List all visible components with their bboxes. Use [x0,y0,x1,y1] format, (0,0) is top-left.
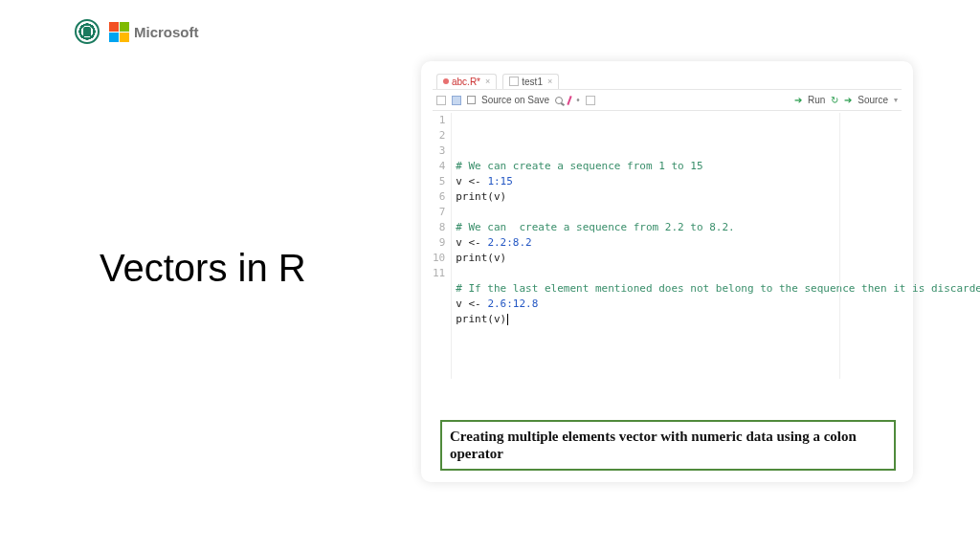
editor-toolbar: Source on Save • ➔ Run ↻ ➔ Source ▾ [433,90,902,111]
text-cursor [507,314,508,325]
run-arrow-icon: ➔ [794,95,802,105]
code-body[interactable]: # We can create a sequence from 1 to 15v… [451,113,980,379]
document-icon [509,77,519,86]
report-icon[interactable] [586,96,595,105]
close-icon[interactable]: × [547,77,552,86]
source-on-save-label: Source on Save [481,95,549,105]
microsoft-wordmark: Microsoft [134,24,199,40]
line-number-gutter: 1234567891011 [433,113,451,379]
tab-label: abc.R* [452,77,480,87]
institution-logo-icon [75,19,100,44]
r-file-icon [443,78,449,84]
source-on-save-checkbox[interactable] [467,96,476,104]
file-tab-abc-r[interactable]: abc.R* × [436,74,497,89]
slide-header: Microsoft [75,19,199,44]
rerun-icon[interactable]: ↻ [831,95,838,105]
code-line[interactable]: v <- 2.2:8.2 [456,235,980,251]
code-line[interactable]: print(v) [456,312,980,327]
save-icon[interactable] [452,96,461,105]
file-tab-test1[interactable]: test1 × [502,74,559,89]
slide-title: Vectors in R [100,247,306,290]
microsoft-tiles-icon [109,22,129,42]
run-button[interactable]: Run [808,95,825,105]
code-line[interactable]: print(v) [456,189,980,205]
wand-icon[interactable] [568,95,572,104]
editor-tabs: abc.R* × test1 × [433,73,902,90]
microsoft-logo: Microsoft [109,22,199,42]
margin-guide [839,113,840,379]
close-icon[interactable]: × [485,77,490,86]
source-button[interactable]: Source [858,95,888,105]
code-line[interactable]: # If the last element mentioned does not… [456,281,980,297]
code-line[interactable]: v <- 2.6:12.8 [456,297,980,312]
code-line[interactable]: print(v) [456,251,980,266]
find-icon[interactable] [555,97,563,104]
editor-screenshot: abc.R* × test1 × Source on Save • ➔ Run … [421,61,913,482]
tab-label: test1 [522,77,543,87]
code-editor[interactable]: 1234567891011 # We can create a sequence… [433,111,902,379]
source-arrow-icon: ➔ [844,95,852,105]
code-line[interactable] [456,205,980,220]
code-line[interactable]: # We can create a sequence from 1 to 15 [456,159,980,174]
code-line[interactable]: v <- 1:15 [456,174,980,189]
caption-box: Creating multiple elements vector with n… [440,420,896,472]
code-line[interactable]: # We can create a sequence from 2.2 to 8… [456,220,980,235]
code-line[interactable] [456,266,980,281]
new-doc-icon[interactable] [436,96,446,105]
